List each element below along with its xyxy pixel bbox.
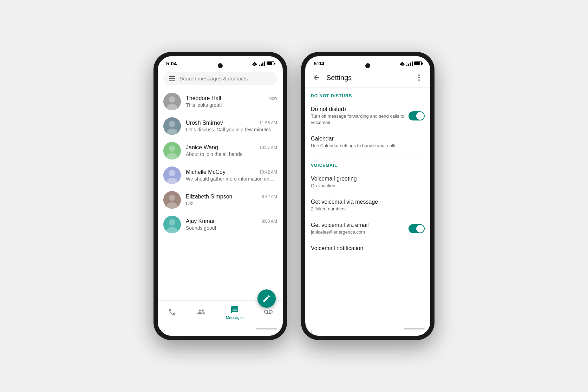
section-header-dnd: DO NOT DISTURB [305,88,430,101]
compose-fab[interactable] [257,289,276,308]
status-time-1: 5:04 [166,60,177,66]
contact-message: Ok! [186,201,277,206]
status-icons-2 [399,61,422,66]
settings-item-vm-notification[interactable]: Voicemail notification [305,240,430,256]
dnd-toggle[interactable] [409,111,425,120]
settings-item-vm-message[interactable]: Get voicemail via message 2 linked numbe… [305,194,430,217]
contact-message: We should gather more information on… [186,176,277,182]
settings-item-title-vm-message: Get voicemail via message [311,199,425,205]
avatar [163,142,181,159]
contact-name: Urosh Smirnov [186,120,223,126]
contact-name: Elizabeth Simpson [186,194,233,200]
battery-icon [267,61,274,65]
contact-message: Sounds good! [186,225,277,231]
contact-time: 10:57 AM [259,145,277,150]
svg-point-4 [169,96,175,103]
settings-item-calendar[interactable]: Calendar Use Calendar settings to handle… [305,131,430,154]
settings-item-subtitle-dnd: Turn off message forwarding and send cal… [311,113,409,126]
settings-item-content-vm-notification: Voicemail notification [311,245,425,251]
contact-name: Michelle McCoy [186,169,226,175]
settings-item-subtitle-vm-greeting: On vacation [311,183,425,189]
settings-item-dnd[interactable]: Do not disturb Turn off message forwardi… [305,101,430,131]
settings-item-title-calendar: Calendar [311,136,425,142]
search-bar[interactable]: Search messages & contacts [163,72,277,85]
back-nav[interactable]: ‹ [163,328,165,334]
svg-point-13 [169,170,175,176]
contact-list: Theodore Hall Now This looks great! [158,89,283,300]
avatar-img [163,166,181,184]
status-icons-1 [252,61,274,66]
contact-name: Theodore Hall [186,95,221,102]
camera-dot [218,63,223,68]
settings-item-title-vm-greeting: Voicemail greeting [311,176,425,182]
contact-info: Elizabeth Simpson 8:32 AM Ok! [186,194,277,206]
home-pill [256,328,277,329]
contact-time: Now [269,96,277,101]
settings-item-title-dnd: Do not disturb [311,106,409,112]
status-bar-1: 5:04 [158,56,283,69]
settings-item-content-dnd: Do not disturb Turn off message forwardi… [311,106,409,126]
back-nav-2[interactable]: ‹ [311,328,313,334]
settings-item-content-calendar: Calendar Use Calendar settings to handle… [311,136,425,149]
battery-icon-2 [414,61,422,65]
settings-item-vm-greeting[interactable]: Voicemail greeting On vacation [305,171,430,194]
messages-nav-icon [230,306,239,314]
signal-icon-2 [406,61,413,66]
back-arrow-icon [312,73,321,82]
avatar-img [163,216,181,233]
avatar-img [163,117,181,135]
contact-item[interactable]: Janice Wang 10:57 AM About to join the a… [158,138,283,163]
settings-header: Settings [305,69,430,88]
back-button[interactable] [311,72,322,83]
contact-item[interactable]: Theodore Hall Now This looks great! [158,89,283,114]
nav-item-contacts[interactable] [193,306,210,319]
svg-point-10 [169,145,175,152]
avatar [163,117,181,135]
contact-info: Janice Wang 10:57 AM About to join the a… [186,144,277,157]
phone-settings: 5:04 [301,52,435,340]
wifi-icon-2 [399,61,405,66]
vm-email-toggle[interactable] [409,224,425,233]
nav-item-messages[interactable]: Messages [222,304,248,321]
contact-item[interactable]: Elizabeth Simpson 8:32 AM Ok! [158,188,283,212]
contacts-nav-icon [197,308,205,316]
section-divider-2 [305,258,430,258]
settings-item-content-vm-message: Get voicemail via message 2 linked numbe… [311,199,425,212]
edit-icon [262,294,271,303]
search-placeholder[interactable]: Search messages & contacts [179,76,272,81]
nav-label-messages: Messages [226,315,243,320]
contact-info: Ajay Kumar 8:03 AM Sounds good! [186,218,277,231]
contact-item[interactable]: Ajay Kumar 8:03 AM Sounds good! [158,212,283,237]
contact-name: Janice Wang [186,144,218,151]
contact-item[interactable]: Michelle McCoy 10:42 AM We should gather… [158,163,283,188]
nav-item-phone[interactable] [164,306,181,319]
avatar-img [163,93,181,110]
avatar [163,166,181,184]
nav-item-voicemail[interactable] [260,306,277,319]
section-divider [305,156,430,156]
settings-item-vm-email[interactable]: Get voicemail via email janicelee@energe… [305,217,430,240]
settings-item-subtitle-vm-message: 2 linked numbers [311,206,425,212]
settings-title: Settings [326,74,409,82]
contact-item[interactable]: Urosh Smirnov 11:56 AM Let's discuss. Ca… [158,114,283,138]
avatar-img [163,142,181,159]
contact-info: Theodore Hall Now This looks great! [186,95,277,108]
svg-point-23 [402,65,403,66]
contact-message: About to join the all hands. [186,151,277,157]
hamburger-icon[interactable] [169,76,175,81]
contact-time: 8:03 AM [262,219,277,224]
avatar-img [163,191,181,209]
status-time-2: 5:04 [314,60,324,66]
settings-item-title-vm-email: Get voicemail via email [311,222,409,228]
signal-icon [259,61,265,66]
more-vert-icon [415,73,423,82]
voicemail-nav-icon [264,308,273,316]
phone-nav-icon [168,308,176,316]
contact-time: 11:56 AM [259,120,277,125]
settings-item-subtitle-calendar: Use Calendar settings to handle your cal… [311,143,425,149]
contact-time: 8:32 AM [262,194,277,199]
svg-point-7 [169,121,175,127]
svg-point-2 [254,65,255,66]
more-options-button[interactable] [413,72,425,83]
settings-item-title-vm-notification: Voicemail notification [311,245,425,251]
